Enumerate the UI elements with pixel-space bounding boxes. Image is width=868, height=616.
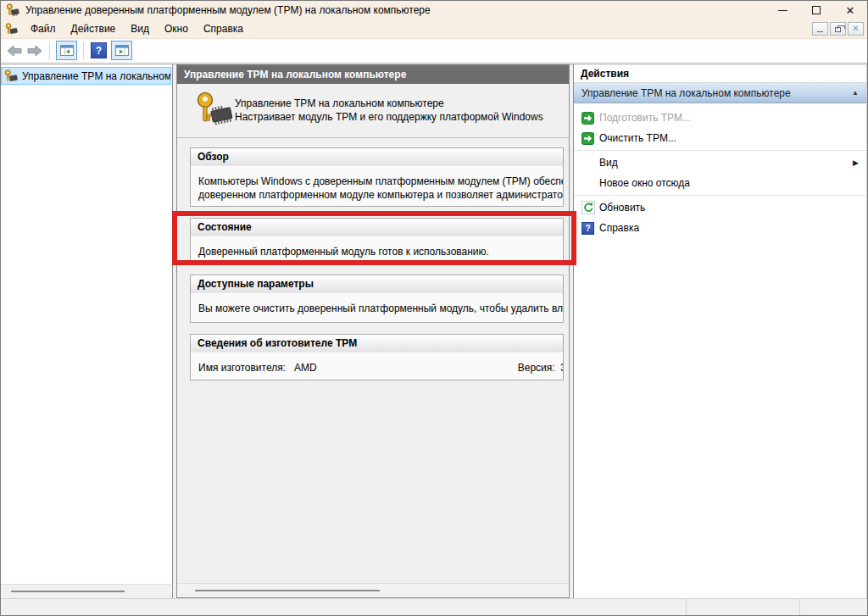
collapse-icon[interactable]: ▲: [852, 89, 859, 97]
toolbar: ?: [1, 39, 867, 63]
mdi-restore-icon: [835, 27, 841, 32]
forward-button[interactable]: [25, 42, 45, 60]
mdi-minimize-icon: [817, 31, 823, 32]
console-tree-toggle-button[interactable]: [56, 41, 77, 60]
section-status: Состояние Доверенный платформенный модул…: [190, 218, 564, 264]
menu-item-file[interactable]: Файл: [23, 19, 64, 38]
refresh-icon: [576, 201, 599, 214]
back-button[interactable]: [4, 42, 25, 60]
tree-item-label: Управление TPM на локальном к: [22, 70, 171, 82]
section-available-options: Доступные параметры Вы можете очистить д…: [190, 275, 564, 323]
content-pane: Управление TPM на локальном компьютере: [176, 64, 570, 598]
content-pane-title: Управление TPM на локальном компьютере: [177, 65, 569, 84]
section-overview-title: Обзор: [191, 148, 563, 166]
action-new-window[interactable]: Новое окно отсюда: [574, 173, 866, 193]
close-icon: ✕: [846, 5, 855, 16]
overview-line-1: Компьютеры Windows с доверенным платформ…: [198, 175, 556, 188]
mdi-minimize-button[interactable]: [812, 22, 828, 36]
toolbar-separator: [83, 42, 84, 59]
toolbar-separator: [49, 42, 50, 59]
mdi-restore-button[interactable]: [830, 22, 846, 36]
actions-group-label: Управление TPM на локальном компьютере: [581, 87, 852, 99]
actions-separator: [574, 150, 866, 151]
green-arrow-icon: [576, 132, 599, 145]
title-bar: Управление доверенным платформенным моду…: [1, 1, 867, 19]
manufacturer-value: AMD: [294, 362, 317, 374]
mdi-close-button[interactable]: ✕: [848, 22, 864, 36]
console-tree-pane: Управление TPM на локальном к: [1, 64, 173, 598]
tpm-key-chip-icon: [6, 3, 19, 17]
action-pane-toggle-button[interactable]: [111, 41, 132, 60]
intro-banner: Управление TPM на локальном компьютере Н…: [177, 84, 569, 138]
section-status-body: Доверенный платформенный модуль готов к …: [191, 236, 563, 264]
overview-line-2: доверенном платформенном модуле компьюте…: [198, 188, 556, 202]
content-horizontal-scrollbar[interactable]: [177, 583, 569, 597]
section-overview: Обзор Компьютеры Windows с доверенным пл…: [190, 147, 564, 207]
actions-group-header[interactable]: Управление TPM на локальном компьютере ▲: [574, 83, 866, 103]
status-bar-separator: [686, 599, 687, 615]
toolbar-help-button[interactable]: ?: [91, 42, 107, 58]
action-refresh[interactable]: Обновить: [574, 197, 866, 218]
action-refresh-label: Обновить: [599, 202, 645, 214]
action-prepare-tpm: Подготовить TPM...: [574, 108, 866, 128]
actions-pane: Действия Управление TPM на локальном ком…: [573, 64, 867, 598]
section-status-title: Состояние: [191, 219, 563, 236]
submenu-arrow-icon: ▶: [853, 158, 859, 167]
action-new-window-label: Новое окно отсюда: [599, 177, 690, 189]
main-area: Управление TPM на локальном к Управление…: [1, 64, 867, 598]
intro-text: Управление TPM на локальном компьютере Н…: [235, 97, 543, 124]
status-bar-separator: [799, 599, 800, 615]
action-view[interactable]: Вид ▶: [574, 153, 866, 173]
minimize-icon: [778, 10, 787, 11]
menu-item-window[interactable]: Окно: [157, 19, 196, 38]
scrollbar-thumb[interactable]: [11, 591, 125, 592]
section-manufacturer-body: Имя изготовителя:AMD Версия: 3.5: [191, 352, 563, 380]
section-manufacturer-info: Сведения об изготовителе TPM Имя изготов…: [190, 334, 564, 380]
back-arrow-icon: [6, 44, 23, 58]
action-prepare-tpm-label: Подготовить TPM...: [599, 112, 691, 124]
scrollbar-thumb[interactable]: [195, 590, 380, 591]
green-arrow-icon: [576, 112, 599, 125]
close-button[interactable]: ✕: [833, 1, 867, 19]
help-icon: ?: [576, 222, 599, 235]
tree-item-tpm-management[interactable]: Управление TPM на локальном к: [1, 67, 171, 85]
version-value: 3.5: [560, 362, 564, 374]
menu-bar: Файл Действие Вид Окно Справка ✕: [1, 19, 867, 39]
maximize-button[interactable]: [799, 1, 833, 19]
actions-pane-title: Действия: [574, 64, 866, 83]
mdi-window-controls: ✕: [812, 22, 867, 36]
forward-arrow-icon: [26, 44, 43, 58]
tpm-key-chip-icon-tree: [4, 69, 18, 83]
console-tree-icon: [60, 45, 74, 56]
tree-horizontal-scrollbar[interactable]: [1, 584, 171, 598]
section-list: Обзор Компьютеры Windows с доверенным пл…: [177, 138, 569, 380]
minimize-button[interactable]: [765, 1, 799, 19]
window-title: Управление доверенным платформенным моду…: [25, 4, 431, 16]
manufacturer-label: Имя изготовителя:: [198, 362, 286, 374]
version-label: Версия:: [518, 362, 555, 374]
section-overview-body: Компьютеры Windows с доверенным платформ…: [191, 166, 563, 207]
menu-item-view[interactable]: Вид: [123, 19, 157, 38]
menu-item-action[interactable]: Действие: [64, 19, 124, 38]
intro-title: Управление TPM на локальном компьютере: [235, 97, 543, 110]
action-help[interactable]: ? Справка: [574, 218, 866, 238]
tpm-key-chip-icon-large: [196, 92, 235, 129]
version-field: Версия: 3.5: [518, 361, 564, 375]
tpm-key-chip-icon-small: [5, 23, 18, 36]
mdi-close-icon: ✕: [852, 25, 859, 33]
menu-item-help[interactable]: Справка: [196, 19, 251, 38]
help-icon: ?: [96, 45, 102, 57]
maximize-icon: [812, 6, 821, 14]
action-pane-icon: [115, 45, 129, 56]
actions-separator: [574, 195, 866, 196]
action-clear-tpm-label: Очистить TPM...: [599, 132, 676, 144]
action-view-label: Вид: [599, 157, 618, 169]
status-bar: [1, 598, 867, 615]
section-manufacturer-title: Сведения об изготовителе TPM: [191, 335, 563, 352]
section-available-options-body: Вы можете очистить доверенный платформен…: [191, 293, 563, 323]
action-clear-tpm[interactable]: Очистить TPM...: [574, 128, 866, 148]
action-help-label: Справка: [599, 222, 639, 234]
intro-subtitle: Настраивает модуль TPM и его поддержку п…: [235, 110, 543, 124]
window-controls: ✕: [765, 1, 867, 19]
section-available-options-title: Доступные параметры: [191, 275, 563, 293]
